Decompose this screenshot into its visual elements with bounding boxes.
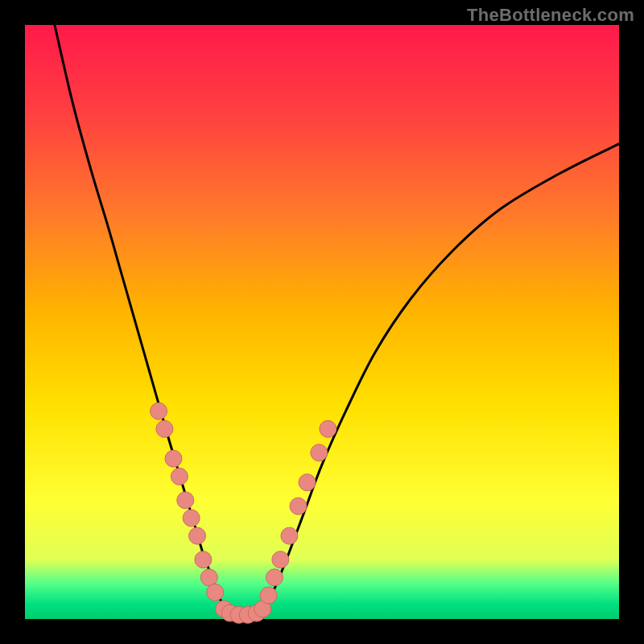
watermark-label: TheBottleneck.com (467, 5, 634, 26)
plot-area (25, 25, 619, 619)
chart-frame: TheBottleneck.com (0, 0, 644, 644)
